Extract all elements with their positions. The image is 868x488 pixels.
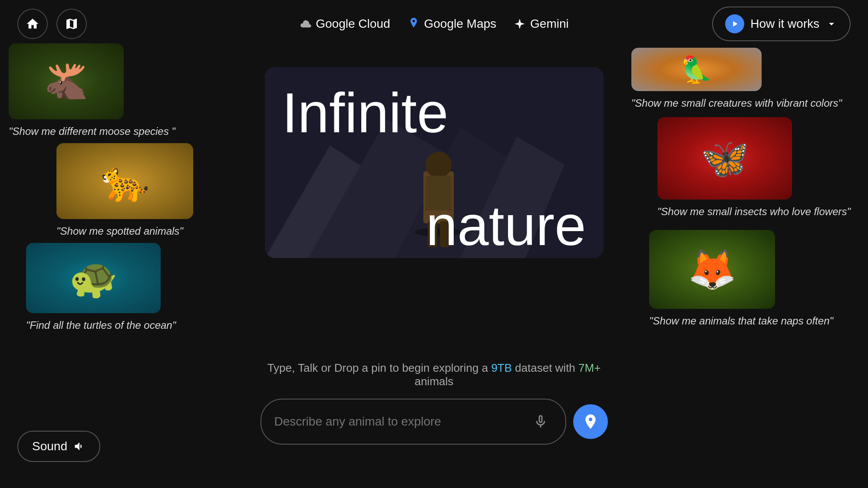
- animal-count: 7M+: [578, 361, 601, 374]
- cloud-icon: [299, 18, 311, 30]
- hero-image-background: [265, 67, 604, 258]
- svg-point-8: [426, 152, 452, 178]
- hero-image: [265, 67, 604, 258]
- butterfly-caption: "Show me small insects who love flowers": [657, 206, 851, 218]
- bird-card: "Show me small creatures with vibrant co…: [631, 48, 842, 109]
- dataset-size: 9TB: [491, 361, 512, 374]
- google-cloud-label: Google Cloud: [316, 17, 390, 31]
- google-cloud-brand: Google Cloud: [299, 17, 390, 31]
- leopard-card: "Show me spotted animals": [56, 143, 193, 237]
- dataset-text-mid: dataset with: [515, 361, 578, 374]
- location-button[interactable]: [573, 404, 608, 439]
- svg-rect-13: [440, 221, 449, 247]
- butterfly-image: [657, 117, 792, 200]
- map-icon: [65, 17, 79, 31]
- sound-icon: [73, 440, 86, 452]
- search-input[interactable]: [274, 415, 529, 429]
- how-it-works-label: How it works: [750, 17, 819, 31]
- google-maps-brand: Google Maps: [407, 17, 496, 31]
- microphone-button[interactable]: [529, 410, 552, 433]
- location-pin-icon: [582, 413, 599, 430]
- bird-caption: "Show me small creatures with vibrant co…: [631, 97, 842, 109]
- turtle-image: [26, 243, 161, 313]
- sound-button[interactable]: Sound: [17, 431, 100, 462]
- dataset-text-prefix: Type, Talk or Drop a pin to begin explor…: [267, 361, 492, 374]
- maps-pin-icon: [407, 18, 419, 30]
- how-it-works-button[interactable]: How it works: [712, 7, 851, 41]
- butterfly-card: "Show me small insects who love flowers": [657, 117, 851, 218]
- bottom-section: Type, Talk or Drop a pin to begin explor…: [261, 361, 608, 445]
- sound-label: Sound: [32, 439, 67, 453]
- home-button[interactable]: [17, 9, 48, 39]
- svg-rect-11: [426, 176, 452, 210]
- microphone-icon: [533, 414, 548, 429]
- moose-image: [9, 43, 124, 119]
- gemini-label: Gemini: [530, 17, 569, 31]
- home-icon: [26, 17, 40, 31]
- fox-card: "Show me animals that take naps often": [649, 230, 833, 327]
- header-right: How it works: [712, 7, 851, 41]
- leopard-image: [56, 143, 193, 219]
- gemini-brand: Gemini: [514, 17, 569, 31]
- mountain-background-svg: [265, 67, 604, 258]
- search-container[interactable]: [261, 399, 566, 445]
- play-icon: [725, 14, 744, 33]
- moose-caption: "Show me different moose species ": [9, 125, 175, 138]
- bird-image: [631, 48, 762, 91]
- turtle-caption: "Find all the turtles of the ocean": [26, 319, 176, 331]
- header: Google Cloud Google Maps Gemini How it w…: [0, 0, 868, 48]
- header-left: [17, 9, 87, 39]
- dataset-text-end: animals: [415, 375, 454, 388]
- google-maps-label: Google Maps: [424, 17, 496, 31]
- search-row: [261, 399, 608, 445]
- chevron-down-icon: [825, 18, 838, 30]
- leopard-caption: "Show me spotted animals": [56, 225, 193, 237]
- fox-caption: "Show me animals that take naps often": [649, 315, 833, 327]
- play-triangle-icon: [730, 19, 739, 29]
- sparkle-icon: [514, 18, 526, 30]
- fox-image: [649, 230, 775, 309]
- svg-point-6: [415, 228, 462, 236]
- dataset-description: Type, Talk or Drop a pin to begin explor…: [261, 361, 608, 388]
- svg-rect-12: [428, 221, 437, 247]
- map-button[interactable]: [56, 9, 87, 39]
- moose-card: "Show me different moose species ": [9, 43, 175, 138]
- turtle-card: "Find all the turtles of the ocean": [26, 243, 176, 331]
- header-center: Google Cloud Google Maps Gemini: [299, 17, 568, 31]
